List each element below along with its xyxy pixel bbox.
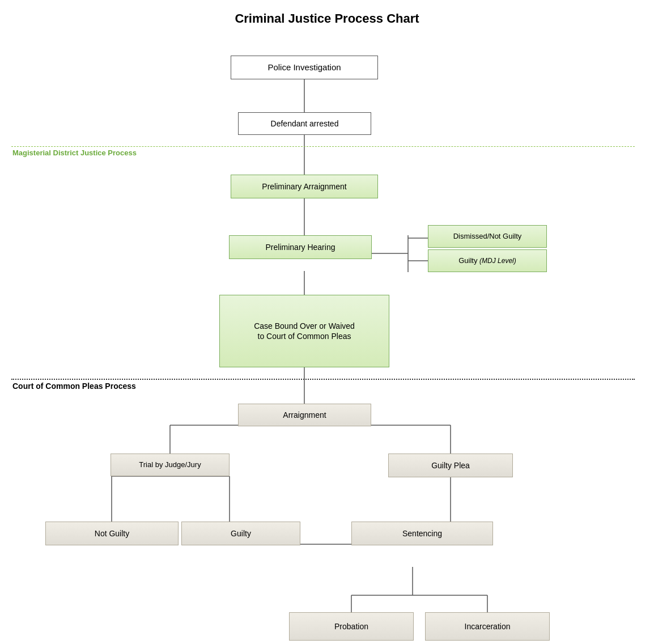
probation-box: Probation: [289, 612, 414, 641]
preliminary-hearing-box: Preliminary Hearing: [229, 235, 372, 259]
magisterial-label: Magisterial District Justice Process: [12, 149, 137, 157]
chart-container: Criminal Justice Process Chart Police In…: [0, 0, 654, 644]
preliminary-arraignment-box: Preliminary Arraignment: [231, 175, 378, 198]
common-pleas-divider: [11, 379, 635, 380]
magisterial-divider: [11, 146, 635, 147]
case-bound-over-box: Case Bound Over or Waived to Court of Co…: [219, 295, 389, 367]
dismissed-not-guilty-box: Dismissed/Not Guilty: [428, 225, 547, 248]
guilty-plea-box: Guilty Plea: [388, 454, 513, 477]
chart-title: Criminal Justice Process Chart: [0, 11, 654, 26]
arraignment-box: Arraignment: [238, 404, 371, 426]
sentencing-box: Sentencing: [351, 522, 493, 545]
incarceration-box: Incarceration: [425, 612, 550, 641]
common-pleas-label: Court of Common Pleas Process: [12, 382, 136, 391]
police-investigation-box: Police Investigation: [231, 56, 378, 79]
not-guilty-box: Not Guilty: [45, 522, 179, 545]
defendant-arrested-box: Defendant arrested: [238, 112, 371, 135]
guilty-mdj-box: Guilty (MDJ Level): [428, 249, 547, 272]
trial-by-judge-jury-box: Trial by Judge/Jury: [111, 454, 230, 476]
guilty-mdj-text: Guilty (MDJ Level): [458, 256, 516, 266]
guilty-box: Guilty: [181, 522, 300, 545]
